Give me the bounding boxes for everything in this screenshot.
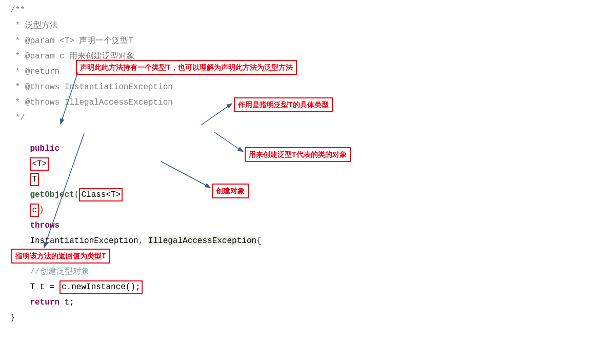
comment-text: IllegalAccessException [59, 98, 173, 107]
class-t: <T> [106, 190, 121, 199]
annotation-create-object-of-type: 用来创建泛型T代表的类的对象 [245, 147, 351, 162]
comment-star: * [10, 52, 25, 61]
comment-text: 泛型方法 [25, 21, 58, 30]
comment-text: InstantiationException [59, 83, 173, 92]
javadoc-tag: @param [25, 52, 55, 61]
annotation-specify-type: 作用是指明泛型T的具体类型 [234, 97, 333, 112]
comment-star: * [10, 83, 25, 92]
javadoc-tag: @param [25, 36, 55, 46]
annotation-generic-method: 声明此此方法持有一个类型T，也可以理解为声明此方法为泛型方法 [76, 60, 297, 75]
class-text: Class [81, 190, 106, 199]
indent [10, 282, 30, 292]
comment-star: * [10, 67, 25, 76]
lparen: ( [74, 190, 80, 199]
brace-open: { [256, 236, 262, 246]
line-comment: //创建泛型对象 [30, 267, 89, 276]
javadoc-tag: @throws [25, 98, 59, 107]
exception-1: InstantiationException [30, 236, 138, 246]
indent [10, 298, 30, 307]
return-type: T [30, 173, 39, 186]
keyword-throws: throws [30, 221, 59, 230]
comment-text: <T> 声明一个泛型T [54, 36, 133, 46]
comment-star: * [10, 98, 25, 107]
keyword-return: return [30, 298, 59, 307]
javadoc-tag: @throws [25, 83, 59, 92]
comment-line: /** [10, 6, 25, 15]
rparen: ) [39, 206, 44, 215]
indent [10, 267, 30, 276]
brace-close: } [10, 313, 15, 322]
return-value: t; [59, 298, 74, 307]
javadoc-tag: @return [25, 67, 59, 76]
assignment-lhs: T t = [30, 282, 59, 292]
method-name: getObject [30, 190, 74, 199]
type-param-declaration: <T> [30, 157, 49, 171]
code-block: /** * 泛型方法 * @param <T> 声明一个泛型T * @param… [10, 3, 262, 326]
comma: , [138, 236, 148, 246]
annotation-return-type: 指明该方法的返回值为类型T [11, 249, 110, 264]
param-c: c [30, 204, 39, 217]
comment-star: * [10, 36, 25, 46]
comment-line: */ [10, 113, 25, 123]
param-class: Class<T> [79, 188, 123, 201]
new-instance-call: c.newInstance(); [59, 280, 143, 294]
annotation-create-object: 创建对象 [212, 184, 249, 198]
exception-2: IllegalAccessException [148, 236, 256, 246]
comment-star: * [10, 21, 25, 30]
keyword-public: public [30, 144, 59, 153]
